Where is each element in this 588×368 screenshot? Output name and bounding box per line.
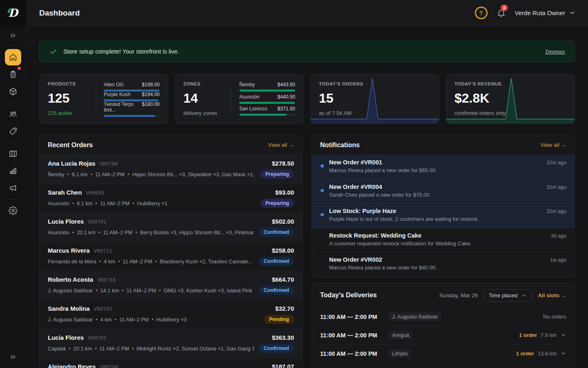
stat-card-products: PRODUCTS 125 125 active Alien OG$198.00 … bbox=[39, 74, 168, 124]
notification-body: Marcus Rivera placed a new order for $40… bbox=[329, 265, 566, 271]
progress-fill bbox=[239, 114, 287, 116]
top-product-item: Purple Kush$194.00 bbox=[104, 92, 160, 101]
view-all-notifications-link[interactable]: View all → bbox=[540, 142, 566, 148]
sidebar-expand-toggle-bottom[interactable] bbox=[0, 347, 26, 366]
slot-time: 11:00 AM — 2:00 PM bbox=[320, 350, 389, 357]
order-row[interactable]: Marcus RiveraVR0711$258.00 Fernando de l… bbox=[40, 242, 302, 271]
order-code: VR0705 bbox=[88, 335, 106, 341]
stat-value: 125 bbox=[48, 92, 91, 105]
stat-label: ZONES bbox=[183, 81, 227, 86]
stat-label: TODAY'S REVENUE bbox=[454, 81, 566, 86]
sidebar-item-analytics[interactable] bbox=[5, 163, 21, 179]
slot-order-count: 1 order bbox=[516, 350, 534, 357]
unread-dot bbox=[321, 189, 324, 192]
notification-item[interactable]: Low Stock: Purple Haze32m ago Purple Haz… bbox=[312, 204, 575, 228]
stat-sub: delivery zones bbox=[183, 110, 227, 116]
sidebar-item-zones[interactable] bbox=[5, 146, 21, 162]
order-row[interactable]: Roberto AcostaVR0716$664.70 J. Augusto S… bbox=[40, 271, 302, 300]
top-zone-item: San Lorenzo$371.50 bbox=[239, 106, 295, 116]
item-name: Asunción bbox=[239, 94, 259, 100]
all-slots-link[interactable]: All slots → bbox=[538, 292, 566, 298]
order-code: VR0699 bbox=[86, 190, 104, 196]
order-code: VR0703 bbox=[94, 306, 112, 312]
notification-body: Marcus Rivera placed a new order for $65… bbox=[329, 167, 566, 173]
progress-track bbox=[104, 115, 160, 117]
item-name: Twisted Terps 8ml... bbox=[104, 101, 142, 113]
notifications-panel: Notifications View all → New Order #VR00… bbox=[312, 135, 575, 277]
order-list: Ana Lucia RojasVR0706$278.50 Ñemby6.1 km… bbox=[40, 155, 302, 368]
sidebar-item-customers[interactable] bbox=[5, 106, 21, 122]
notification-item[interactable]: New Order #VR00432m ago Sarah Chen place… bbox=[312, 180, 575, 204]
order-details: J. Augusto Saldívar14.1 km11 AM–2 PMOMG … bbox=[48, 287, 254, 294]
sidebar-item-discounts[interactable] bbox=[5, 123, 21, 139]
notifications-bell-button[interactable]: 3 bbox=[496, 7, 507, 18]
order-price: $502.00 bbox=[272, 218, 294, 225]
slot-time: 11:00 AM — 2:00 PM bbox=[320, 314, 389, 320]
order-details: Asunción20.1 km11 AM–2 PMBerry Bonds ×3,… bbox=[48, 229, 254, 236]
slot-distance: 7.9 km bbox=[541, 332, 557, 338]
order-row[interactable]: Sandra MolinaVR0703$32.70 J. Augusto Sal… bbox=[40, 300, 302, 329]
sidebar-item-settings[interactable] bbox=[5, 202, 21, 219]
sidebar-expand-toggle[interactable] bbox=[0, 26, 26, 45]
order-details: J. Augusto Saldívar4 km11 AM–2 PMHulkBer… bbox=[48, 316, 259, 323]
view-all-orders-link[interactable]: View all → bbox=[268, 142, 294, 148]
notification-item[interactable]: New Order #VR0021w ago Marcus Rivera pla… bbox=[312, 252, 575, 277]
success-banner: Store setup complete! Your storefront is… bbox=[39, 41, 575, 62]
sort-dropdown[interactable]: Time placed bbox=[483, 289, 532, 302]
notifications-header: Notifications View all → bbox=[312, 135, 575, 155]
home-icon bbox=[9, 53, 18, 62]
notification-title: New Order #VR001 bbox=[329, 159, 382, 166]
app-logo: D bbox=[0, 0, 26, 26]
sidebar-item-orders[interactable] bbox=[5, 66, 21, 83]
item-value: $198.00 bbox=[142, 82, 160, 88]
customer-name: Roberto Acosta bbox=[48, 276, 93, 283]
slot-zone: J. Augusto Saldívar bbox=[389, 312, 441, 321]
chevron-down-icon[interactable] bbox=[560, 350, 566, 357]
notification-item[interactable]: New Order #VR00132m ago Marcus Rivera pl… bbox=[312, 155, 575, 180]
clipboard-icon bbox=[9, 70, 18, 79]
users-icon bbox=[9, 110, 18, 119]
topbar: D Dashboard 3 Verde Ruta Owner bbox=[0, 0, 588, 26]
slot-zone: Areguá bbox=[389, 331, 412, 339]
deliveries-date: Sunday, Mar 29 bbox=[439, 292, 478, 298]
stat-sub: confirmed orders only bbox=[454, 110, 566, 116]
order-row[interactable]: Lucia FloresVR0705$363.30 Capiatá20.1 km… bbox=[40, 329, 302, 358]
order-price: $664.70 bbox=[272, 276, 294, 283]
delivery-slot-row[interactable]: 11:00 AM — 2:00 PM Limpio 1 order 13.8 k… bbox=[312, 345, 575, 363]
order-price: $187.07 bbox=[272, 363, 294, 368]
sidebar-item-products[interactable] bbox=[5, 83, 21, 100]
panel-title: Today's Deliveries bbox=[320, 292, 377, 299]
dismiss-button[interactable]: Dismiss bbox=[546, 49, 565, 55]
order-row[interactable]: Lucia FloresVR0701$502.00 Asunción20.1 k… bbox=[40, 213, 302, 242]
stat-label: PRODUCTS bbox=[48, 81, 91, 86]
divider bbox=[232, 82, 232, 115]
order-row[interactable]: Ana Lucia RojasVR0706$278.50 Ñemby6.1 km… bbox=[40, 155, 302, 184]
order-row[interactable]: Sarah ChenVR0699$93.00 Asunción6.1 km11 … bbox=[40, 184, 302, 213]
notification-list: New Order #VR00132m ago Marcus Rivera pl… bbox=[312, 155, 575, 277]
stat-card-todays-orders: TODAY'S ORDERS 15 as of 7:54 AM bbox=[310, 74, 439, 124]
user-menu[interactable]: Verde Ruta Owner bbox=[515, 9, 576, 16]
status-badge: Preparing bbox=[261, 199, 294, 208]
notification-item[interactable]: Restock Request: Wedding Cake3d ago A cu… bbox=[312, 228, 575, 253]
delivery-slot-row[interactable] bbox=[312, 363, 575, 368]
status-badge: Confirmed bbox=[259, 344, 294, 353]
delivery-slot-list: 11:00 AM — 2:00 PM J. Augusto Saldívar N… bbox=[312, 308, 575, 368]
order-price: $278.50 bbox=[272, 160, 294, 167]
tag-icon bbox=[9, 127, 18, 136]
chevrons-right-icon bbox=[9, 32, 17, 39]
delivery-slot-row[interactable]: 11:00 AM — 2:00 PM Areguá 1 order 7.9 km bbox=[312, 326, 575, 345]
right-column: Notifications View all → New Order #VR00… bbox=[312, 135, 575, 368]
progress-track bbox=[239, 102, 295, 104]
status-badge: Confirmed bbox=[259, 257, 294, 266]
order-row[interactable]: Alejandro ReyesVR0700$187.07 bbox=[40, 358, 302, 368]
delivery-slot-row[interactable]: 11:00 AM — 2:00 PM J. Augusto Saldívar N… bbox=[312, 308, 575, 326]
chevron-down-icon[interactable] bbox=[560, 332, 566, 338]
help-icon[interactable] bbox=[475, 7, 488, 19]
stat-card-zones: ZONES 14 delivery zones Ñemby$443.50 Asu… bbox=[175, 74, 304, 124]
sidebar-item-home[interactable] bbox=[5, 49, 21, 65]
todays-deliveries-panel: Today's Deliveries Sunday, Mar 29 Time p… bbox=[312, 283, 575, 368]
order-details: Ñemby6.1 km11 AM–2 PMHippo Shroom Bit...… bbox=[48, 171, 256, 177]
item-value: $440.50 bbox=[278, 94, 295, 100]
sidebar-item-marketing[interactable] bbox=[5, 180, 21, 196]
notification-body: Purple Haze is out of stock. 2 customers… bbox=[329, 216, 566, 222]
